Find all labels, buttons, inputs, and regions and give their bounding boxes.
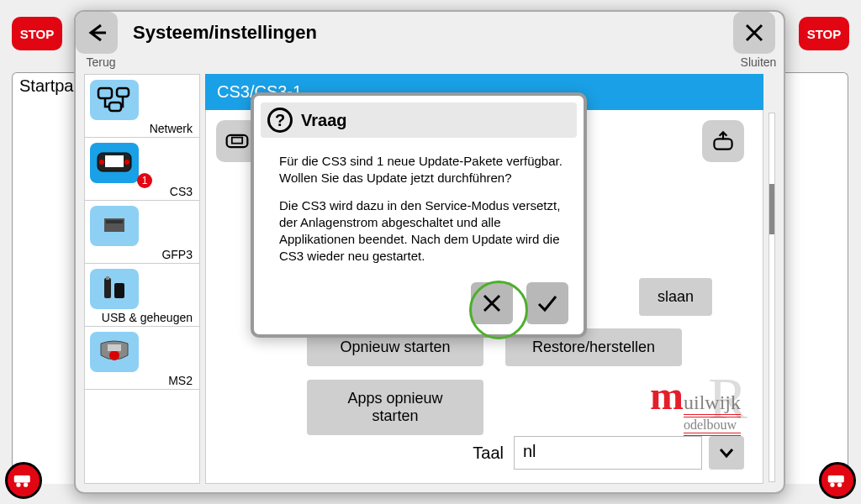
svg-rect-3	[828, 475, 844, 483]
usb-icon	[90, 269, 139, 309]
sidebar-item-label: USB & geheugen	[102, 311, 196, 324]
svg-rect-7	[117, 88, 129, 97]
svg-point-2	[24, 483, 28, 487]
dialog-title: Systeem/instellingen	[126, 12, 733, 44]
close-icon	[479, 291, 504, 316]
stop-button-left[interactable]: STOP	[12, 17, 62, 50]
back-label: Terug	[76, 55, 126, 69]
sidebar-item-label: MS2	[168, 374, 196, 387]
modal-text-2: Die CS3 wird dazu in den Service-Modus v…	[279, 197, 565, 265]
restart-apps-button[interactable]: Apps opnieuw starten	[307, 380, 483, 435]
watermark: m uilwijk odelbouw	[650, 372, 741, 436]
language-value: nl	[523, 442, 536, 460]
language-label: Taal	[473, 444, 504, 463]
save-button-partial[interactable]: slaan	[639, 278, 712, 316]
svg-rect-0	[14, 475, 30, 483]
modal-text-1: Für die CS3 sind 1 neue Update-Pakete ve…	[279, 153, 565, 187]
svg-point-5	[837, 483, 842, 487]
sidebar-item-label: Netwerk	[150, 122, 196, 135]
chevron-down-icon	[717, 444, 736, 462]
svg-point-18	[109, 350, 119, 360]
train-button-right[interactable]	[819, 462, 856, 499]
update-icon-button[interactable]	[702, 120, 744, 162]
watermark-text: uilwijk	[684, 391, 741, 417]
question-icon: ?	[267, 108, 293, 133]
svg-rect-17	[114, 283, 124, 298]
network-icon	[90, 80, 139, 120]
cancel-button[interactable]	[471, 282, 513, 324]
svg-rect-6	[98, 88, 112, 98]
close-icon	[742, 20, 767, 45]
watermark-sub: odelbouw	[684, 417, 741, 436]
svg-rect-8	[109, 102, 121, 111]
train-button-left[interactable]	[5, 462, 42, 499]
question-dialog: ? Vraag Für die CS3 sind 1 neue Update-P…	[251, 92, 587, 338]
update-badge: 1	[137, 173, 152, 188]
svg-rect-10	[105, 155, 124, 167]
cs3-icon	[90, 143, 139, 183]
modal-body: Für die CS3 sind 1 neue Update-Pakete ve…	[261, 138, 577, 282]
svg-point-4	[830, 483, 834, 487]
svg-rect-22	[714, 139, 732, 149]
sidebar-item-ms2[interactable]: MS2	[85, 327, 199, 390]
sidebar-item-gfp3[interactable]: GFP3	[85, 201, 199, 264]
svg-rect-14	[106, 220, 123, 223]
language-input[interactable]: nl	[514, 436, 702, 470]
stop-label: STOP	[20, 27, 55, 41]
sidebar-item-network[interactable]: Netwerk	[85, 75, 199, 138]
svg-rect-21	[232, 138, 242, 144]
back-arrow-icon	[84, 20, 109, 45]
train-icon	[13, 473, 34, 488]
svg-rect-16	[106, 276, 109, 280]
start-page-label: Startpa	[19, 76, 73, 95]
back-button[interactable]	[76, 12, 118, 54]
confirm-button[interactable]	[526, 282, 568, 324]
check-icon	[535, 291, 560, 316]
sidebar-item-usb[interactable]: USB & geheugen	[85, 264, 199, 327]
stop-button-right[interactable]: STOP	[799, 17, 849, 50]
watermark-m: m	[650, 372, 684, 418]
sidebar-item-cs3[interactable]: CS3 1	[85, 138, 199, 201]
stop-label: STOP	[807, 27, 842, 41]
scrollbar[interactable]	[769, 113, 775, 482]
sidebar-item-label: GFP3	[161, 248, 196, 261]
close-label: Sluiten	[733, 55, 784, 69]
device-icon	[224, 129, 250, 154]
train-icon	[827, 473, 848, 488]
gfp3-icon	[90, 206, 139, 246]
close-button[interactable]	[733, 12, 775, 54]
update-icon	[710, 129, 736, 154]
ms2-icon	[90, 332, 139, 372]
svg-point-12	[124, 160, 129, 165]
language-dropdown-button[interactable]	[709, 436, 744, 470]
svg-point-11	[99, 160, 104, 165]
modal-title: Vraag	[301, 111, 346, 130]
svg-point-1	[16, 483, 20, 487]
scrollbar-thumb[interactable]	[769, 184, 774, 234]
svg-rect-15	[104, 278, 111, 298]
sidebar-item-label: CS3	[170, 185, 196, 198]
svg-rect-19	[108, 344, 121, 351]
sidebar: Netwerk CS3 1 GFP3 USB & geheugen	[84, 74, 200, 484]
